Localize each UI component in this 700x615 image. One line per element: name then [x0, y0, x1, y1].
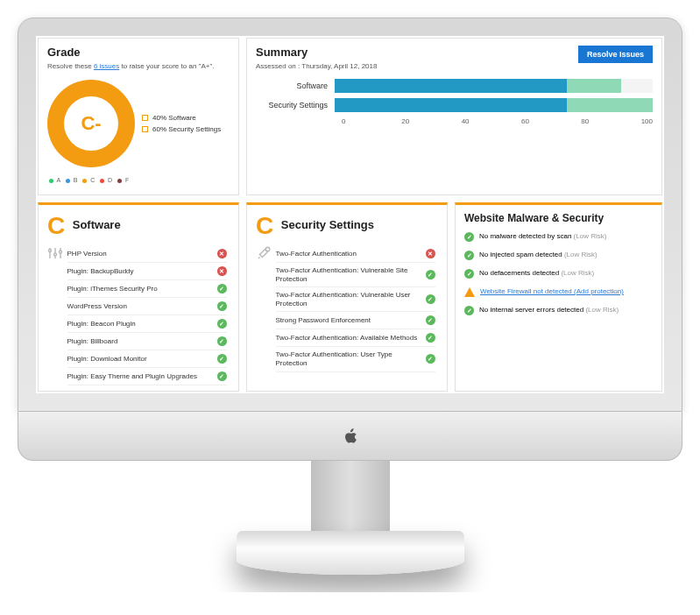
software-panel: C Software PHP Version✕Plugin: BackupBud… — [38, 202, 239, 392]
list-item: Strong Password Enforcement✓ — [276, 312, 435, 329]
ok-icon: ✓ — [217, 336, 227, 346]
security-dashboard: Grade Resolve these 6 issues to raise yo… — [36, 36, 664, 393]
ok-icon: ✓ — [426, 333, 435, 343]
fail-icon: ✕ — [426, 249, 435, 258]
grade-donut-chart: C- — [47, 80, 135, 167]
axis-tick: 40 — [462, 117, 521, 125]
malware-text: No malware detected by scan (Low Risk) — [479, 232, 606, 240]
item-label: Two-Factor Authentication: Vulnerable Us… — [276, 291, 426, 308]
list-item: PHP Version✕ — [67, 245, 227, 263]
svg-point-4 — [54, 253, 57, 256]
imac-stand-base — [237, 531, 464, 575]
summary-panel: Summary Assessed on : Thursday, April 12… — [246, 38, 662, 195]
scale-item: F — [116, 177, 132, 183]
item-label: Two-Factor Authentication — [276, 250, 426, 258]
axis-tick: 60 — [521, 117, 581, 125]
ok-icon: ✓ — [464, 232, 474, 242]
security-grade-badge: C — [256, 212, 273, 240]
imac-chin — [18, 412, 682, 461]
malware-item: ✓No defacements detected (Low Risk) — [464, 265, 653, 283]
list-item: Two-Factor Authentication✕ — [276, 245, 435, 263]
svg-point-6 — [265, 247, 270, 251]
list-item: Plugin: Beacon Plugin✓ — [67, 315, 227, 333]
list-item: Two-Factor Authentication: Vulnerable Us… — [276, 287, 435, 312]
item-label: Two-Factor Authentication: Vulnerable Si… — [276, 266, 426, 283]
summary-assessed: Assessed on : Thursday, April 12, 2018 — [256, 62, 653, 70]
grade-subtitle: Resolve these 6 issues to raise your sco… — [47, 62, 230, 70]
ok-icon: ✓ — [217, 354, 227, 364]
sliders-icon — [47, 245, 65, 265]
bar-row: Software — [256, 79, 653, 93]
bar-label: Security Settings — [256, 101, 335, 110]
ok-icon: ✓ — [217, 371, 227, 381]
fail-icon: ✕ — [217, 249, 227, 258]
bar-track — [335, 79, 653, 93]
ok-icon: ✓ — [426, 270, 435, 279]
list-item: WordPress Version✓ — [67, 298, 227, 315]
malware-text: No injected spam detected (Low Risk) — [479, 251, 597, 258]
scale-item: B — [64, 177, 81, 183]
item-label: Two-Factor Authentication: Available Met… — [276, 334, 426, 343]
bar-label: Software — [256, 81, 335, 90]
svg-point-3 — [49, 250, 52, 252]
item-label: Plugin: Easy Theme and Plugin Upgrades — [67, 372, 217, 381]
security-title: Security Settings — [281, 218, 374, 231]
list-item: Plugin: Easy Theme and Plugin Upgrades✓ — [67, 368, 227, 385]
item-label: WordPress Version — [67, 302, 217, 311]
item-label: Plugin: Beacon Plugin — [67, 320, 217, 329]
summary-bar-chart: SoftwareSecurity Settings — [256, 79, 653, 112]
ok-icon: ✓ — [426, 315, 435, 325]
svg-point-5 — [60, 251, 62, 253]
grade-legend: 40% Software 60% Security Settings — [142, 110, 221, 137]
apple-logo-icon — [343, 427, 358, 446]
firewall-warning-link[interactable]: Website Firewall not detected (Add prote… — [480, 287, 624, 295]
list-item: Two-Factor Authentication: User Type Pro… — [276, 347, 435, 371]
list-item: Plugin: iThemes Security Pro✓ — [67, 280, 227, 298]
item-label: PHP Version — [67, 250, 217, 258]
fail-icon: ✕ — [217, 266, 227, 276]
bar-row: Security Settings — [256, 98, 653, 112]
scale-item: C — [81, 177, 98, 183]
list-item: Plugin: BackupBuddy✕ — [67, 263, 227, 280]
issues-link[interactable]: 6 issues — [94, 62, 119, 70]
axis-tick: 0 — [342, 117, 401, 125]
screen: Grade Resolve these 6 issues to raise yo… — [18, 18, 682, 412]
malware-text: No defacements detected (Low Risk) — [479, 269, 594, 277]
ok-icon: ✓ — [217, 301, 227, 311]
item-label: Plugin: Billboard — [67, 337, 217, 346]
resolve-issues-button[interactable]: Resolve Issues — [578, 46, 653, 63]
list-item: Two-Factor Authentication: Available Met… — [276, 329, 435, 347]
list-item: Plugin: Billboard✓ — [67, 333, 227, 350]
axis-tick: 20 — [401, 117, 461, 125]
legend-item: 40% Software — [142, 114, 221, 122]
malware-item: ✓No injected spam detected (Low Risk) — [464, 246, 653, 265]
ok-icon: ✓ — [426, 294, 435, 304]
malware-item: ✓No malware detected by scan (Low Risk) — [464, 228, 653, 246]
software-grade-badge: C — [47, 212, 65, 240]
axis-tick: 100 — [641, 117, 653, 125]
list-item: Two-Factor Authentication: Vulnerable Si… — [276, 263, 435, 287]
legend-item: 60% Security Settings — [142, 125, 221, 133]
malware-panel: Website Malware & Security ✓No malware d… — [455, 202, 662, 392]
scale-item: A — [47, 177, 64, 183]
ok-icon: ✓ — [426, 354, 435, 364]
malware-item: ✓No internal server errors detected (Low… — [464, 301, 653, 320]
malware-title: Website Malware & Security — [464, 212, 653, 224]
ok-icon: ✓ — [464, 251, 474, 260]
item-label: Two-Factor Authentication: User Type Pro… — [276, 350, 426, 367]
warning-icon — [464, 287, 475, 297]
ok-icon: ✓ — [217, 319, 227, 329]
imac-stand-neck — [311, 461, 390, 531]
scale-item: D — [98, 177, 116, 183]
ok-icon: ✓ — [464, 269, 474, 279]
item-label: Plugin: iThemes Security Pro — [67, 285, 217, 293]
malware-text: No internal server errors detected (Low … — [479, 306, 619, 314]
tools-icon — [256, 245, 273, 265]
security-settings-panel: C Security Settings Two-Factor Authentic… — [246, 202, 448, 392]
item-label: Plugin: BackupBuddy — [67, 267, 217, 276]
ok-icon: ✓ — [464, 306, 474, 315]
grade-scale: A B C D F — [47, 177, 230, 183]
grade-letter: C- — [81, 112, 101, 135]
list-item: Plugin: Download Monitor✓ — [67, 350, 227, 368]
grade-title: Grade — [47, 46, 230, 59]
